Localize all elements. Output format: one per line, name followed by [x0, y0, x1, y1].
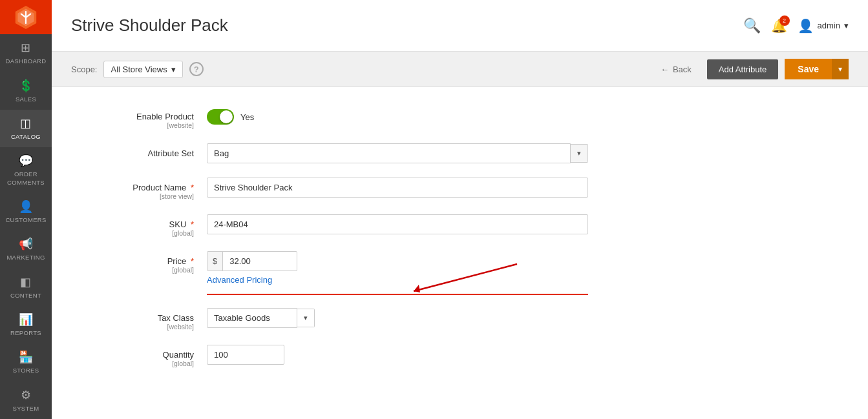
- enable-product-row: Enable Product [website] Yes: [78, 107, 842, 129]
- tax-class-label: Tax Class [website]: [78, 308, 207, 331]
- catalog-icon: ◫: [20, 116, 31, 130]
- sidebar-item-label: SALES: [16, 96, 36, 103]
- stores-icon: 🏪: [19, 350, 33, 364]
- attribute-set-select[interactable]: Bag: [207, 143, 571, 163]
- scope-value: All Store Views: [111, 65, 167, 74]
- sidebar: ⊞ DASHBOARD 💲 SALES ◫ CATALOG 💬 ORDER CO…: [0, 0, 52, 419]
- attribute-set-select-wrapper: Bag ▾: [207, 143, 588, 163]
- price-error-underline: [207, 294, 588, 295]
- magento-logo[interactable]: [0, 0, 52, 34]
- advanced-pricing-link[interactable]: Advanced Pricing: [207, 275, 588, 285]
- topbar: Strive Shoulder Pack 🔍 🔔 2 👤 admin ▾: [52, 0, 868, 52]
- price-section: Price * [global] $ Advanced Pricing: [78, 251, 842, 285]
- sidebar-item-label: STORES: [13, 367, 39, 374]
- notification-count: 2: [779, 15, 790, 26]
- scopebar-right: ← Back Add Attribute Save ▾: [651, 59, 849, 79]
- sku-input[interactable]: [207, 214, 588, 234]
- price-row: Price * [global] $ Advanced Pricing: [78, 251, 842, 285]
- sidebar-item-label: DASHBOARD: [6, 57, 47, 65]
- help-icon[interactable]: ?: [189, 62, 204, 76]
- sidebar-item-label: SYSTEM: [13, 405, 39, 413]
- scope-dropdown-icon: ▾: [171, 65, 176, 74]
- dashboard-icon: ⊞: [21, 41, 30, 55]
- back-arrow-icon: ←: [661, 65, 669, 74]
- product-name-control: [207, 178, 842, 198]
- tax-class-dropdown-btn[interactable]: ▾: [297, 309, 315, 327]
- notification-bell[interactable]: 🔔 2: [771, 18, 787, 34]
- price-input-wrapper: $: [207, 251, 297, 271]
- price-label: Price * [global]: [78, 251, 207, 274]
- scope-select[interactable]: All Store Views ▾: [103, 61, 182, 78]
- product-form: Enable Product [website] Yes Attribute S…: [52, 87, 868, 419]
- sidebar-item-content[interactable]: ◧ CONTENT: [0, 269, 52, 306]
- enable-product-value: Yes: [240, 112, 254, 122]
- page-title: Strive Shoulder Pack: [71, 15, 228, 36]
- attribute-set-label: Attribute Set: [78, 143, 207, 158]
- topbar-actions: 🔍 🔔 2 👤 admin ▾: [743, 17, 849, 34]
- search-icon-btn[interactable]: 🔍: [743, 17, 761, 34]
- sku-label: SKU * [global]: [78, 214, 207, 237]
- add-attribute-button[interactable]: Add Attribute: [707, 59, 778, 79]
- product-name-input[interactable]: [207, 178, 588, 198]
- sku-control: [207, 214, 842, 234]
- quantity-label: Quantity [global]: [78, 345, 207, 367]
- tax-class-row: Tax Class [website] Taxable Goods ▾: [78, 308, 842, 331]
- price-input[interactable]: [223, 252, 281, 271]
- save-btn-group: Save ▾: [785, 59, 849, 79]
- system-icon: ⚙: [21, 388, 31, 402]
- scopebar: Scope: All Store Views ▾ ? ← Back Add At…: [52, 52, 868, 87]
- admin-label: admin: [818, 21, 840, 30]
- tax-class-select[interactable]: Taxable Goods: [207, 308, 297, 328]
- sidebar-item-marketing[interactable]: 📢 MARKETING: [0, 230, 52, 268]
- attribute-set-row: Attribute Set Bag ▾: [78, 143, 842, 163]
- sidebar-item-sales[interactable]: 💲 SALES: [0, 72, 52, 110]
- attribute-set-dropdown-icon[interactable]: ▾: [571, 144, 588, 163]
- sidebar-item-catalog[interactable]: ◫ CATALOG: [0, 110, 52, 147]
- back-button[interactable]: ← Back: [651, 60, 701, 79]
- marketing-icon: 📢: [19, 237, 33, 251]
- main-content: Strive Shoulder Pack 🔍 🔔 2 👤 admin ▾ Sco…: [52, 0, 868, 419]
- save-button[interactable]: Save: [785, 59, 832, 79]
- back-label: Back: [673, 65, 692, 74]
- enable-product-toggle[interactable]: [207, 109, 234, 125]
- toggle-knob: [220, 110, 233, 123]
- price-currency-symbol: $: [207, 252, 223, 271]
- quantity-control: [207, 345, 842, 365]
- sidebar-item-stores[interactable]: 🏪 STORES: [0, 343, 52, 381]
- scopebar-left: Scope: All Store Views ▾ ?: [71, 61, 204, 78]
- attribute-set-control: Bag ▾: [207, 143, 842, 163]
- sku-row: SKU * [global]: [78, 214, 842, 237]
- sidebar-item-dashboard[interactable]: ⊞ DASHBOARD: [0, 34, 52, 72]
- sidebar-item-label: REPORTS: [10, 329, 41, 337]
- price-control: $ Advanced Pricing: [207, 251, 842, 285]
- enable-product-label: Enable Product [website]: [78, 107, 207, 129]
- enable-toggle-wrapper: Yes: [207, 107, 842, 125]
- admin-user-menu[interactable]: 👤 admin ▾: [798, 18, 849, 34]
- save-dropdown-button[interactable]: ▾: [832, 59, 849, 79]
- sidebar-item-reports[interactable]: 📊 REPORTS: [0, 306, 52, 343]
- sales-icon: 💲: [19, 79, 33, 93]
- quantity-row: Quantity [global]: [78, 345, 842, 367]
- sidebar-item-label: ORDER COMMENTS: [3, 170, 48, 187]
- enable-product-control: Yes: [207, 107, 842, 125]
- sidebar-item-label: CUSTOMERS: [5, 216, 46, 224]
- content-icon: ◧: [20, 275, 31, 289]
- svg-marker-1: [414, 285, 420, 292]
- product-name-row: Product Name * [store view]: [78, 178, 842, 200]
- sidebar-item-order-comments[interactable]: 💬 ORDER COMMENTS: [0, 147, 52, 193]
- sidebar-item-label: MARKETING: [6, 254, 45, 261]
- sidebar-item-label: CONTENT: [10, 292, 41, 300]
- tax-class-control: Taxable Goods ▾: [207, 308, 842, 328]
- admin-avatar-icon: 👤: [798, 18, 814, 34]
- product-name-label: Product Name * [store view]: [78, 178, 207, 200]
- admin-dropdown-icon: ▾: [844, 21, 849, 30]
- customers-icon: 👤: [19, 199, 33, 214]
- reports-icon: 📊: [19, 312, 33, 327]
- quantity-input[interactable]: [207, 345, 284, 365]
- scope-label: Scope:: [71, 65, 97, 74]
- tax-select-wrapper: Taxable Goods ▾: [207, 308, 842, 328]
- order-comments-icon: 💬: [19, 154, 33, 168]
- sidebar-item-system[interactable]: ⚙ SYSTEM: [0, 382, 52, 419]
- sidebar-item-label: CATALOG: [11, 133, 41, 141]
- sidebar-item-customers[interactable]: 👤 CUSTOMERS: [0, 193, 52, 230]
